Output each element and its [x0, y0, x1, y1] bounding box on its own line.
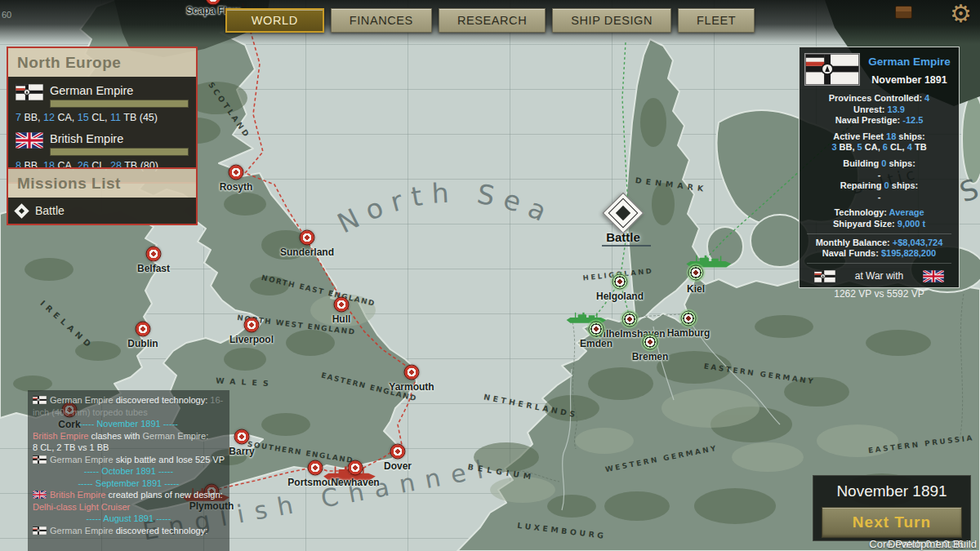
- german-flag-icon: [16, 84, 43, 100]
- german-flag-icon: [33, 455, 47, 464]
- british-flag-icon: [923, 270, 944, 282]
- british-flag-icon: [16, 132, 43, 149]
- fleet-name: German Empire: [50, 84, 189, 97]
- tab-ship-design[interactable]: SHIP DESIGN: [552, 8, 671, 33]
- city-label-rosyth: Rosyth: [220, 181, 253, 193]
- log-entry: 8 CL, 2 TB vs 1 BB: [33, 442, 225, 454]
- city-label-kiel: Kiel: [687, 283, 705, 295]
- battle-diamond-icon: [14, 203, 29, 218]
- log-date-separator: ----- August 1891 -----: [33, 513, 225, 525]
- tab-fleet[interactable]: FLEET: [678, 8, 755, 33]
- city-marker-liverpool[interactable]: [244, 318, 260, 333]
- german-flag-icon: [804, 53, 860, 86]
- city-label-dublin: Dublin: [127, 338, 158, 349]
- city-marker-wilhelmshaven[interactable]: [622, 312, 638, 327]
- city-marker-hull[interactable]: [334, 297, 350, 313]
- game-screen: North Sea English Channel Baltic S SCOTL…: [0, 0, 980, 551]
- stat-line: Active Fleet 18 ships:: [804, 131, 954, 143]
- city-marker-kiel[interactable]: [688, 265, 704, 281]
- log-entry: Delhi-class Light Cruiser: [33, 501, 225, 513]
- tab-research[interactable]: RESEARCH: [439, 8, 546, 33]
- tab-finances[interactable]: FINANCES: [331, 8, 432, 33]
- city-marker-yarmouth[interactable]: [404, 365, 420, 380]
- next-turn-button[interactable]: Next Turn: [822, 507, 962, 538]
- city-label-belfast: Belfast: [137, 263, 170, 274]
- turn-panel: November 1891 Next Turn: [813, 475, 971, 541]
- country-status-panel: German Empire November 1891 Provinces Co…: [799, 47, 960, 288]
- city-marker-barry[interactable]: [234, 429, 250, 445]
- stat-line: -: [804, 170, 954, 181]
- city-marker-dover[interactable]: [390, 444, 406, 460]
- fleet-strength-bar: [50, 148, 189, 156]
- gear-icon[interactable]: ⚙: [950, 0, 972, 28]
- log-date-separator: ----- November 1891 -----: [33, 418, 225, 430]
- british-flag-icon: [33, 491, 47, 499]
- tab-world[interactable]: WORLD: [225, 8, 324, 33]
- city-marker-rosyth[interactable]: [229, 165, 244, 180]
- missions-title: Missions List: [8, 169, 196, 198]
- city-label-helgoland: Helgoland: [596, 291, 644, 302]
- stat-line: Building 0 ships:: [804, 158, 954, 170]
- battle-marker-label: Battle: [606, 230, 640, 244]
- german-flag-icon: [33, 396, 47, 404]
- north-europe-panel: North Europe German Empire7 BB, 12 CA, 1…: [7, 47, 198, 184]
- fleet-name: British Empire: [50, 132, 189, 145]
- event-log[interactable]: German Empire discovered technology: 16-…: [28, 390, 229, 551]
- city-label-emden: Emden: [580, 338, 612, 349]
- latitude-label: 60: [2, 10, 11, 20]
- city-marker-emden[interactable]: [589, 322, 604, 337]
- city-marker-scapa-flow[interactable]: [206, 0, 221, 6]
- city-marker-sunderland[interactable]: [300, 230, 315, 246]
- city-marker-helgoland[interactable]: [612, 274, 628, 290]
- city-label-bremen: Bremen: [632, 351, 669, 362]
- stat-line: Technology: Average: [804, 207, 954, 219]
- battle-marker[interactable]: [603, 193, 644, 234]
- fleet-strength-bar: [50, 100, 189, 108]
- city-marker-hamburg[interactable]: [681, 311, 697, 327]
- status-stats: Provinces Controlled: 4Unrest: 13.9Naval…: [804, 93, 954, 264]
- divider: [807, 233, 951, 234]
- fleet-ship-counts: 7 BB, 12 CA, 15 CL, 11 TB (45): [16, 112, 189, 123]
- log-entry: German Empire skip battle and lose 525 V…: [33, 454, 225, 466]
- german-flag-icon: [814, 270, 835, 282]
- stat-line: Repairing 0 ships:: [804, 180, 954, 192]
- mission-label: Battle: [35, 204, 65, 217]
- city-marker-bremen[interactable]: [643, 335, 658, 350]
- city-marker-portsmouth[interactable]: [308, 460, 323, 476]
- stat-line: Naval Funds: $195,828,200: [804, 248, 954, 260]
- stat-line: Provinces Controlled: 4: [804, 93, 954, 104]
- top-nav: WORLDFINANCESRESEARCHSHIP DESIGNFLEET: [0, 8, 980, 33]
- city-label-yarmouth: Yarmouth: [389, 381, 434, 393]
- stat-line: Shipyard Size: 9,000 t: [804, 219, 954, 230]
- fleet-row-german-empire: German Empire: [16, 84, 189, 108]
- log-entry: German Empire discovered technology:: [33, 525, 225, 537]
- city-marker-belfast[interactable]: [146, 247, 162, 262]
- city-label-barry: Barry: [229, 446, 254, 457]
- log-date-separator: ----- October 1891 -----: [33, 465, 225, 478]
- log-entry: German Empire discovered technology: 16-…: [33, 394, 225, 418]
- log-entry: British Empire clashes with German Empir…: [33, 430, 225, 442]
- war-victory-points: 1262 VP vs 5592 VP: [804, 288, 954, 300]
- city-marker-newhaven[interactable]: [348, 460, 363, 476]
- battle-marker-core: [616, 206, 630, 220]
- status-country-name: German Empire: [865, 56, 954, 68]
- log-entry: British Empire created plans of new desi…: [33, 489, 225, 501]
- city-label-liverpool: Liverpool: [229, 334, 274, 345]
- city-label-hull: Hull: [332, 313, 351, 325]
- city-label-sunderland: Sunderland: [280, 247, 334, 258]
- german-flag-icon: [33, 527, 47, 535]
- city-marker-dublin[interactable]: [136, 322, 151, 337]
- stat-line: Monthly Balance: +$8,043,724: [804, 238, 954, 249]
- war-status-row: at War with: [804, 267, 954, 282]
- city-label-hamburg: Hamburg: [667, 327, 710, 339]
- fleet-strength-list: German Empire7 BB, 12 CA, 15 CL, 11 TB (…: [8, 77, 196, 182]
- status-date: November 1891: [865, 74, 954, 86]
- log-date-separator: ----- September 1891 -----: [33, 478, 225, 490]
- stat-line: -: [804, 192, 954, 203]
- stat-line: Naval Prestige: -12.5: [804, 115, 954, 127]
- mission-item-battle[interactable]: Battle: [8, 198, 196, 224]
- fleet-row-british-empire: British Empire: [16, 132, 189, 156]
- missions-panel: Missions List Battle: [7, 167, 198, 225]
- chest-icon[interactable]: [895, 6, 912, 19]
- stat-line: Unrest: 13.9: [804, 104, 954, 116]
